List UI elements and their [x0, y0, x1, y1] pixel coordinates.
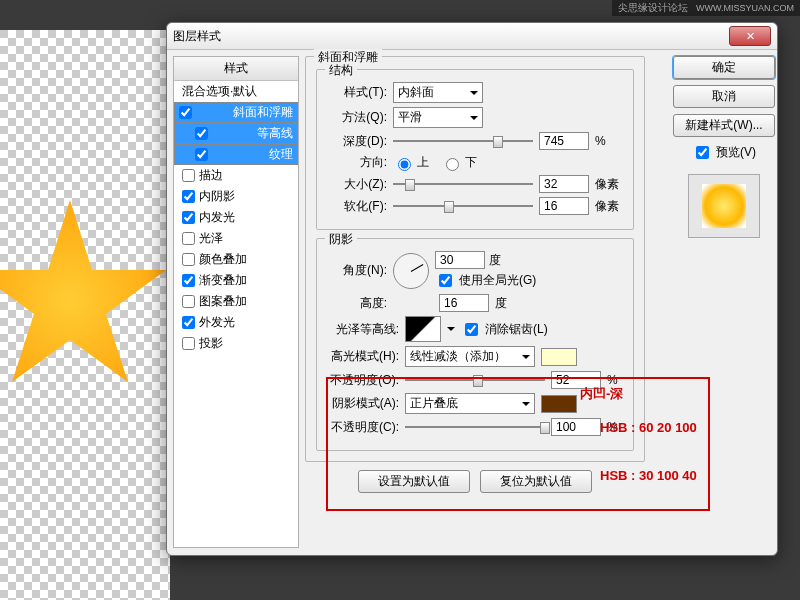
styles-header: 样式 [174, 57, 298, 81]
shadow-op-label: 不透明度(C): [327, 419, 399, 436]
angle-control[interactable] [393, 253, 429, 289]
shading-title: 阴影 [325, 231, 357, 248]
dir-down[interactable]: 下 [441, 154, 477, 171]
structure-group: 结构 样式(T): 内斜面 方法(Q): 平滑 深度(D): 745 % 方向:… [316, 69, 634, 230]
hilite-mode-select[interactable]: 线性减淡（添加） [405, 346, 535, 367]
style-outer-glow[interactable]: 外发光 [174, 312, 298, 333]
style-texture[interactable]: 纹理 [174, 144, 298, 165]
shadow-color[interactable] [541, 395, 577, 413]
host-topbar: 尖思缘设计论坛 WWW.MISSYUAN.COM [612, 0, 800, 16]
size-unit: 像素 [595, 176, 619, 193]
styles-list: 样式 混合选项·默认 斜面和浮雕 等高线 纹理 描边 内阴影 内发光 光泽 颜色… [173, 56, 299, 548]
shadow-op-slider[interactable] [405, 426, 545, 428]
anno-hsb1: HSB : 60 20 100 [600, 420, 697, 435]
gloss-contour[interactable] [405, 316, 441, 342]
caret-icon[interactable] [447, 327, 455, 331]
preview-check[interactable]: 预览(V) [692, 143, 756, 162]
titlebar[interactable]: 图层样式 ✕ [167, 23, 777, 50]
chk-color-overlay[interactable] [182, 253, 195, 266]
style-inner-shadow[interactable]: 内阴影 [174, 186, 298, 207]
style-contour[interactable]: 等高线 [174, 123, 298, 144]
dir-up[interactable]: 上 [393, 154, 429, 171]
technique-label: 方法(Q): [327, 109, 387, 126]
chk-contour[interactable] [195, 127, 208, 140]
preview-box [688, 174, 760, 238]
angle-label: 角度(N): [327, 262, 387, 279]
direction-label: 方向: [327, 154, 387, 171]
shadow-op-input[interactable]: 100 [551, 418, 601, 436]
right-column: 确定 取消 新建样式(W)... 预览(V) [671, 56, 777, 238]
chk-stroke[interactable] [182, 169, 195, 182]
close-button[interactable]: ✕ [729, 26, 771, 46]
style-satin[interactable]: 光泽 [174, 228, 298, 249]
anno-hsb2: HSB : 30 100 40 [600, 468, 697, 483]
cancel-button[interactable]: 取消 [673, 85, 775, 108]
new-style-button[interactable]: 新建样式(W)... [673, 114, 775, 137]
chk-inner-shadow[interactable] [182, 190, 195, 203]
style-label: 样式(T): [327, 84, 387, 101]
technique-select[interactable]: 平滑 [393, 107, 483, 128]
caret-icon [522, 355, 530, 359]
chk-bevel[interactable] [179, 106, 192, 119]
style-inner-glow[interactable]: 内发光 [174, 207, 298, 228]
caret-icon [470, 91, 478, 95]
preview-thumb [702, 184, 746, 228]
depth-input[interactable]: 745 [539, 132, 589, 150]
depth-slider[interactable] [393, 140, 533, 142]
chk-texture[interactable] [195, 148, 208, 161]
shadow-mode-label: 阴影模式(A): [327, 395, 399, 412]
blending-options[interactable]: 混合选项·默认 [174, 81, 298, 102]
site-url: WWW.MISSYUAN.COM [696, 3, 794, 13]
shading-group: 阴影 角度(N): 30度 使用全局光(G) 高度: 16 度 光泽等高线: 消… [316, 238, 634, 451]
chk-outer-glow[interactable] [182, 316, 195, 329]
style-drop-shadow[interactable]: 投影 [174, 333, 298, 354]
default-buttons: 设置为默认值 复位为默认值 [305, 470, 645, 493]
soften-unit: 像素 [595, 198, 619, 215]
reset-default-button[interactable]: 复位为默认值 [480, 470, 592, 493]
soften-label: 软化(F): [327, 198, 387, 215]
chk-drop-shadow[interactable] [182, 337, 195, 350]
soften-input[interactable]: 16 [539, 197, 589, 215]
size-input[interactable]: 32 [539, 175, 589, 193]
direction-radio: 上 下 [393, 154, 477, 171]
chk-pattern-overlay[interactable] [182, 295, 195, 308]
ok-button[interactable]: 确定 [673, 56, 775, 79]
altitude-label: 高度: [327, 295, 387, 312]
structure-title: 结构 [325, 62, 357, 79]
depth-unit: % [595, 134, 606, 148]
antialias[interactable]: 消除锯齿(L) [461, 320, 548, 339]
chk-satin[interactable] [182, 232, 195, 245]
style-gradient-overlay[interactable]: 渐变叠加 [174, 270, 298, 291]
hilite-op-label: 不透明度(O): [327, 372, 399, 389]
dialog-title: 图层样式 [173, 28, 221, 45]
main-panel: 斜面和浮雕 结构 样式(T): 内斜面 方法(Q): 平滑 深度(D): 745… [305, 50, 777, 554]
caret-icon [470, 116, 478, 120]
chk-inner-glow[interactable] [182, 211, 195, 224]
shadow-mode-select[interactable]: 正片叠底 [405, 393, 535, 414]
chk-gradient-overlay[interactable] [182, 274, 195, 287]
size-slider[interactable] [393, 183, 533, 185]
style-color-overlay[interactable]: 颜色叠加 [174, 249, 298, 270]
size-label: 大小(Z): [327, 176, 387, 193]
style-bevel[interactable]: 斜面和浮雕 [174, 102, 298, 123]
style-select[interactable]: 内斜面 [393, 82, 483, 103]
hilite-label: 高光模式(H): [327, 348, 399, 365]
global-light[interactable]: 使用全局光(G) [435, 271, 536, 290]
soften-slider[interactable] [393, 205, 533, 207]
depth-label: 深度(D): [327, 133, 387, 150]
style-stroke[interactable]: 描边 [174, 165, 298, 186]
hilite-op-slider[interactable] [405, 379, 545, 381]
caret-icon [522, 402, 530, 406]
altitude-input[interactable]: 16 [439, 294, 489, 312]
forum-name: 尖思缘设计论坛 [618, 1, 688, 15]
hilite-color[interactable] [541, 348, 577, 366]
gloss-label: 光泽等高线: [327, 321, 399, 338]
set-default-button[interactable]: 设置为默认值 [358, 470, 470, 493]
anno-contour: 内凹-深 [580, 385, 623, 403]
style-pattern-overlay[interactable]: 图案叠加 [174, 291, 298, 312]
angle-input[interactable]: 30 [435, 251, 485, 269]
